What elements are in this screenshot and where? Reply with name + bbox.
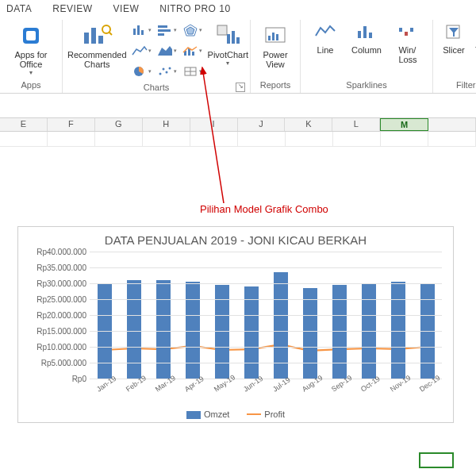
tab-data[interactable]: DATA <box>6 3 32 14</box>
scatter-chart-icon[interactable]: ▾ <box>155 63 179 80</box>
group-label-reports: Reports <box>255 79 295 91</box>
y-tick-label: Rp15.000.000 <box>25 327 86 336</box>
bar <box>156 280 171 379</box>
y-tick-label: Rp35.000.000 <box>25 263 86 272</box>
apps-for-office-button[interactable]: Apps for Office ▾ <box>5 21 57 76</box>
x-tick-label: Jan-19 <box>94 379 110 394</box>
power-view-button[interactable]: Power View <box>255 21 295 69</box>
x-tick-label: Sep-19 <box>329 379 345 394</box>
cell[interactable] <box>381 132 428 147</box>
svg-rect-29 <box>232 31 235 44</box>
charts-dialog-launcher[interactable]: ↘ <box>236 83 245 92</box>
svg-rect-10 <box>158 25 167 28</box>
svg-marker-42 <box>449 28 459 37</box>
column-header-L[interactable]: L <box>332 118 380 131</box>
svg-rect-9 <box>141 30 144 35</box>
column-header-E[interactable]: E <box>0 118 48 131</box>
combo-chart-icon[interactable]: ▾ <box>181 42 205 60</box>
svg-point-22 <box>166 71 168 74</box>
x-tick-label: Aug-19 <box>300 379 316 394</box>
cell[interactable] <box>333 132 381 147</box>
bar <box>391 282 405 379</box>
svg-rect-40 <box>410 28 413 32</box>
cell[interactable] <box>95 132 143 147</box>
sparkline-column-button[interactable]: Column <box>347 21 386 55</box>
group-label-sparklines: Sparklines <box>305 79 428 91</box>
svg-marker-15 <box>158 46 172 56</box>
svg-rect-35 <box>358 31 361 38</box>
chart-x-axis: Jan-19Feb-19Mar-19Apr-19May-19Jun-19Jul-… <box>90 379 442 387</box>
legend-profit: Profit <box>247 409 285 419</box>
group-label-filters: Filters <box>438 79 476 91</box>
column-header-J[interactable]: J <box>238 118 286 131</box>
cell[interactable] <box>48 132 95 147</box>
embedded-chart[interactable]: DATA PENJUALAN 2019 - JONI KICAU BERKAH … <box>17 226 454 423</box>
radar-chart-icon[interactable]: ▾ <box>181 21 205 39</box>
svg-rect-34 <box>276 34 278 40</box>
recommended-charts-button[interactable]: Recommended Charts <box>67 21 127 69</box>
group-label-charts: Charts ↘ <box>67 82 245 94</box>
svg-rect-38 <box>399 28 402 32</box>
svg-rect-28 <box>227 34 230 44</box>
more-charts-icon[interactable]: ▾ <box>181 63 205 80</box>
group-label-apps: Apps <box>5 79 57 91</box>
cell[interactable] <box>190 132 238 147</box>
column-header-H[interactable]: H <box>143 118 190 131</box>
bar <box>244 286 259 379</box>
svg-rect-18 <box>192 52 194 56</box>
x-tick-label: Dec-19 <box>417 379 433 394</box>
line-chart-icon[interactable]: ▾ <box>130 42 154 60</box>
svg-point-20 <box>159 73 162 75</box>
x-tick-label: Apr-19 <box>182 379 198 394</box>
y-tick-label: Rp10.000.000 <box>25 343 86 352</box>
svg-rect-12 <box>158 33 164 36</box>
sparkline-winloss-button[interactable]: Win/ Loss <box>388 21 428 64</box>
svg-rect-33 <box>272 33 274 40</box>
tab-review[interactable]: REVIEW <box>52 3 92 14</box>
svg-rect-8 <box>137 25 140 35</box>
column-header-F[interactable]: F <box>48 118 95 131</box>
area-chart-icon[interactable]: ▾ <box>155 42 179 60</box>
y-tick-label: Rp30.000.000 <box>25 279 86 288</box>
svg-point-21 <box>163 68 165 71</box>
cell[interactable] <box>428 132 476 147</box>
column-header-blank[interactable] <box>428 118 476 131</box>
annotation-text: Pilihan Model Grafik Combo <box>200 203 328 215</box>
y-tick-label: Rp20.000.000 <box>25 311 86 320</box>
column-header-G[interactable]: G <box>95 118 143 131</box>
pie-chart-icon[interactable]: ▾ <box>130 63 154 80</box>
cell[interactable] <box>286 132 333 147</box>
sparkline-line-button[interactable]: Line <box>305 21 345 55</box>
x-tick-label: Nov-19 <box>388 379 404 394</box>
svg-rect-37 <box>369 33 372 38</box>
tab-view[interactable]: VIEW <box>113 3 140 14</box>
y-tick-label: Rp40.000.000 <box>25 248 86 256</box>
timeline-button[interactable]: Time <box>471 21 476 55</box>
grid-row[interactable] <box>0 132 476 147</box>
x-tick-label: May-19 <box>212 379 228 394</box>
cell[interactable] <box>0 132 48 147</box>
column-headers[interactable]: EFGHIJKLM <box>0 117 476 132</box>
column-chart-icon[interactable]: ▾ <box>130 21 154 39</box>
ribbon: Apps for Office ▾ Apps Recommended Chart… <box>0 20 476 94</box>
cell[interactable] <box>143 132 190 147</box>
bar <box>186 282 200 379</box>
svg-rect-39 <box>405 32 408 36</box>
svg-rect-36 <box>363 26 367 38</box>
svg-rect-7 <box>133 29 136 35</box>
svg-rect-30 <box>236 37 240 44</box>
bar-chart-icon[interactable]: ▾ <box>155 21 179 39</box>
svg-rect-11 <box>158 29 171 32</box>
chart-title: DATA PENJUALAN 2019 - JONI KICAU BERKAH <box>25 233 447 247</box>
tab-nitro[interactable]: NITRO PRO 10 <box>159 3 230 14</box>
slicer-button[interactable]: Slicer <box>438 21 470 55</box>
selected-cell-fragment <box>419 452 454 468</box>
cell[interactable] <box>238 132 286 147</box>
column-header-I[interactable]: I <box>190 118 238 131</box>
svg-rect-4 <box>98 36 103 44</box>
pivot-chart-button[interactable]: PivotChart ▾ <box>208 21 248 67</box>
column-header-M[interactable]: M <box>380 118 428 131</box>
svg-rect-32 <box>268 36 271 40</box>
column-header-K[interactable]: K <box>285 118 332 131</box>
chart-plot-area: Rp0Rp5.000.000Rp10.000.000Rp15.000.000Rp… <box>90 252 442 379</box>
